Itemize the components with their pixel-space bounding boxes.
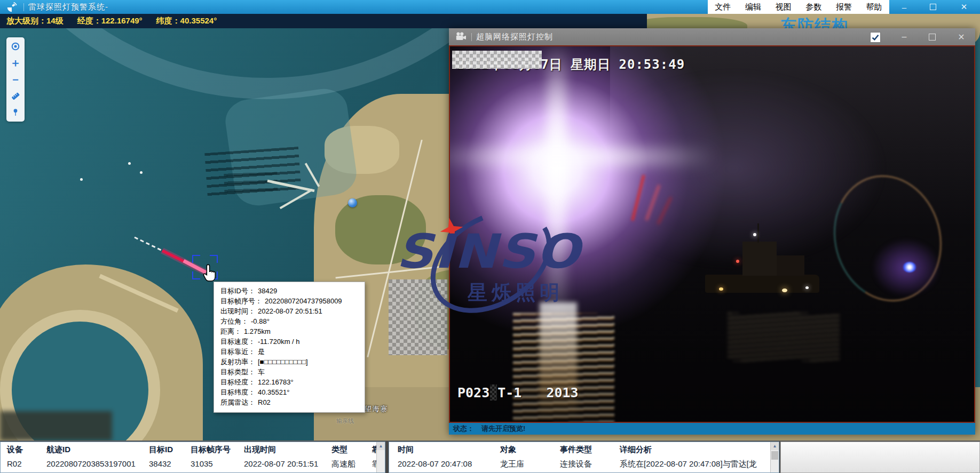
scroll-up-icon[interactable]: ▲ — [377, 442, 385, 450]
titlebar-separator — [23, 3, 24, 11]
video-window-title: 超脑网络探照灯控制 — [476, 32, 553, 42]
video-minimize-button[interactable]: – — [894, 28, 915, 45]
map-boat-speck — [128, 162, 131, 165]
map-boat-speck — [80, 178, 83, 181]
scrollbar-thumb[interactable] — [771, 451, 778, 460]
targets-table: 设备 航迹ID 目标ID 目标帧序号 出现时间 类型 靠近 R02 202208… — [0, 442, 385, 473]
map-redaction-blur — [389, 279, 447, 355]
col-header: 详细分析 — [620, 445, 652, 455]
scrollbar[interactable]: ▲ — [376, 442, 385, 472]
lens-flare-vertical — [547, 45, 566, 340]
map-toolbar: ＋ － — [6, 37, 25, 122]
table-cell[interactable]: 高速船 — [331, 459, 355, 469]
menu-view[interactable]: 视图 — [773, 2, 794, 12]
col-header: 对象 — [500, 445, 516, 455]
table-cell[interactable]: 系统在[2022-08-07 20:47:08]与雷达[龙 — [620, 459, 757, 469]
tooltip-label: 所属雷达： — [220, 398, 255, 406]
menu-params[interactable]: 参数 — [803, 2, 824, 12]
pin-marker-icon[interactable] — [10, 107, 21, 118]
tooltip-value: R02 — [258, 398, 271, 406]
tooltip-value: -11.720km / h — [258, 338, 300, 346]
map-dark-corner — [0, 411, 112, 440]
tooltip-value: -0.88° — [251, 317, 270, 325]
table-cell[interactable]: 连接设备 — [560, 459, 592, 469]
osd-redaction-blur — [490, 384, 497, 400]
tooltip-value: 车 — [258, 368, 265, 376]
tooltip-label: 目标帧序号： — [220, 297, 262, 305]
bottom-vignette — [450, 324, 974, 422]
scroll-up-icon[interactable]: ▲ — [771, 442, 779, 450]
locate-icon[interactable] — [10, 41, 21, 52]
table-cell[interactable]: 2022-08-07 20:51:51 — [244, 459, 318, 468]
tooltip-label: 目标类型： — [220, 368, 255, 376]
tooltip-value: [■□□□□□□□□□□] — [258, 358, 308, 366]
menu-edit[interactable]: 编辑 — [743, 2, 763, 12]
menu-alarm[interactable]: 报警 — [834, 2, 854, 12]
video-status-label: 状态： — [453, 424, 474, 434]
video-close-button[interactable]: ✕ — [951, 28, 972, 45]
menu-help[interactable]: 帮助 — [864, 2, 884, 12]
timestamp-redaction-blur — [452, 51, 542, 69]
tooltip-value: 是 — [258, 348, 265, 356]
video-maximize-button[interactable] — [921, 28, 943, 45]
table-cell[interactable]: 20220807203853197001 — [46, 459, 136, 468]
measure-ruler-icon[interactable] — [10, 90, 21, 102]
events-table: 时间 对象 事件类型 详细分析 2022-08-07 20:47:08 龙王庙 … — [389, 442, 779, 473]
table-cell[interactable]: R02 — [7, 459, 22, 468]
map-place-label: 望海寨 — [365, 404, 389, 414]
checkmark-icon — [872, 34, 879, 41]
osd-code: 2013 — [546, 385, 578, 400]
app-title: 雷球探照灯预警系统- — [28, 2, 108, 12]
zoom-in-button[interactable]: ＋ — [10, 57, 21, 69]
titlebar-separator — [471, 33, 472, 41]
table-cell[interactable]: 38432 — [149, 459, 171, 468]
table-cell[interactable]: 2022-08-07 20:47:08 — [398, 459, 472, 468]
video-status-bar: 状态： 请先开启预览! — [449, 423, 975, 435]
tooltip-value: 40.35521° — [258, 388, 289, 396]
col-header: 类型 — [331, 445, 347, 455]
bottom-panel: 设备 航迹ID 目标ID 目标帧序号 出现时间 类型 靠近 R02 202208… — [0, 440, 980, 473]
video-status-text: 请先开启预览! — [481, 424, 525, 434]
map-aquaculture-grid — [224, 172, 278, 196]
searchlight-glow — [449, 45, 728, 340]
col-header: 目标ID — [149, 445, 173, 455]
video-window-titlebar[interactable]: 超脑网络探照灯控制 – ✕ — [449, 28, 975, 45]
zoom-out-button[interactable]: － — [10, 74, 21, 85]
preview-checkbox[interactable] — [870, 32, 881, 43]
scrollbar[interactable]: ▲ — [770, 442, 779, 472]
tooltip-label: 目标速度： — [220, 338, 255, 346]
bottom-filler-panel — [780, 442, 980, 473]
hand-cursor — [201, 263, 217, 283]
tooltip-value: 2022-08-07 20:51:51 — [258, 307, 322, 315]
app-close-button[interactable]: ✕ — [952, 0, 976, 14]
col-header: 目标帧序号 — [191, 445, 231, 455]
camera-icon — [454, 31, 467, 42]
lens-flare-dot — [903, 262, 916, 272]
tooltip-label: 目标ID号： — [220, 287, 255, 295]
menu-file[interactable]: 文件 — [713, 2, 733, 12]
table-cell[interactable]: 龙王庙 — [500, 459, 524, 469]
osd-preset: P023 — [457, 385, 489, 400]
app-maximize-button[interactable] — [921, 0, 945, 14]
app-minimize-button[interactable]: – — [892, 0, 916, 14]
fishing-boat — [701, 222, 824, 308]
osd-channel: T-1 — [497, 385, 521, 400]
latitude-value: 纬度：40.35524° — [156, 16, 217, 26]
tooltip-value: 122.16783° — [258, 378, 294, 386]
map-target-marker[interactable] — [348, 198, 357, 207]
table-cell[interactable]: 31035 — [191, 459, 213, 468]
map-road-label: 输亲线 — [336, 417, 354, 425]
tooltip-label: 反射功率： — [220, 358, 255, 366]
target-info-tooltip: 目标ID号：38429 目标帧序号：20220807204737958009 出… — [214, 282, 365, 413]
tooltip-label: 距离： — [220, 327, 241, 335]
tooltip-label: 目标经度： — [220, 378, 255, 386]
col-header: 出现时间 — [244, 445, 276, 455]
col-header: 设备 — [7, 445, 23, 455]
tooltip-value: 38429 — [258, 287, 277, 295]
tooltip-value: 20220807204737958009 — [265, 297, 342, 305]
searchlight-control-window: 超脑网络探照灯控制 – ✕ — [449, 28, 975, 435]
menu-bar: 文件 编辑 视图 参数 报警 帮助 — [708, 0, 889, 14]
lens-flare-horizontal — [449, 148, 717, 166]
tooltip-label: 目标靠近： — [220, 348, 255, 356]
map-boat-speck — [140, 171, 143, 174]
